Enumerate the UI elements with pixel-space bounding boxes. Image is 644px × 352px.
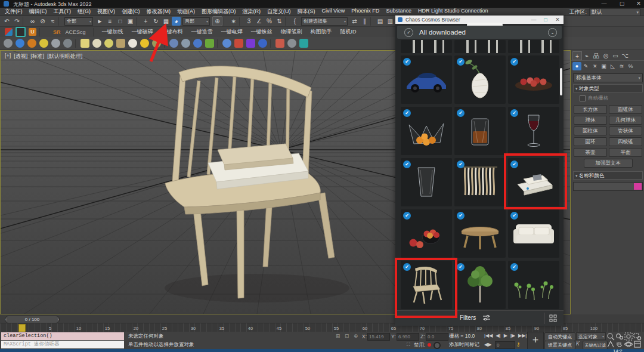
plugin-icon[interactable]: [193, 39, 202, 48]
asset-sofa[interactable]: ✔: [508, 209, 559, 258]
select-and-manipulate-icon[interactable]: ∗: [229, 17, 238, 26]
object-type-button-10[interactable]: 平面: [609, 148, 642, 157]
previous-frame-icon[interactable]: ◀|: [496, 333, 500, 338]
plugin-icon[interactable]: [275, 39, 284, 48]
plugin-icon[interactable]: [234, 39, 243, 48]
plugin-icon[interactable]: [27, 39, 36, 48]
plugin-icon[interactable]: [4, 39, 13, 48]
category-shapes-icon[interactable]: ✎: [581, 62, 590, 70]
menu-item-v[interactable]: 视图(V): [97, 8, 115, 16]
asset-apple-bowl[interactable]: ✔: [401, 209, 452, 258]
plugin-icon[interactable]: [116, 39, 125, 48]
plugin-icon[interactable]: [181, 39, 190, 48]
asset-whiskey-glass[interactable]: ✔: [454, 107, 506, 155]
primitive-category-dropdown[interactable]: 标准基本体: [573, 73, 643, 82]
quick-button[interactable]: 一键加线: [102, 28, 123, 36]
quick-button[interactable]: 一键蛛丝: [251, 28, 273, 36]
menu-item-phoenixfd[interactable]: Phoenix FD: [351, 8, 379, 16]
filters-sliders-icon[interactable]: [482, 314, 491, 322]
tab-display[interactable]: ▭: [611, 51, 620, 60]
key-filters-button[interactable]: 关键点过滤器..: [583, 341, 608, 350]
set-keys-button[interactable]: +: [527, 332, 544, 350]
object-type-button-8[interactable]: 四棱锥: [609, 137, 642, 146]
quick-button[interactable]: 一键布料: [162, 28, 183, 36]
minimize-button[interactable]: —: [597, 0, 611, 7]
named-selection-sets-dropdown[interactable]: 创建选择集: [301, 17, 348, 26]
object-type-button-9[interactable]: 茶壶: [574, 148, 607, 157]
maximize-button[interactable]: ▢: [615, 0, 628, 7]
plugin-icon[interactable]: [63, 39, 72, 48]
viewport-menu-standard[interactable]: [标准]: [30, 53, 44, 60]
asset-curtains[interactable]: ✔: [454, 158, 506, 206]
workspace-dropdown[interactable]: 默认: [589, 8, 640, 16]
menu-item-f[interactable]: 文件(F): [5, 8, 23, 16]
tab-modify[interactable]: ⌁: [582, 51, 592, 60]
select-object-icon[interactable]: ►: [95, 17, 104, 26]
angle-snap-icon[interactable]: ∠: [255, 17, 264, 26]
tab-motion[interactable]: ◎: [601, 51, 611, 60]
play-icon[interactable]: ▶: [504, 333, 507, 338]
menu-item-u[interactable]: 自定义(U): [267, 8, 291, 16]
asset-coffee-table[interactable]: ✔: [454, 209, 506, 258]
menu-item-g[interactable]: 组(G): [78, 8, 91, 16]
zoom-extents-icon[interactable]: [624, 332, 633, 340]
tab-hierarchy[interactable]: 品: [592, 51, 601, 60]
menu-item-hdrlightstudioconnection[interactable]: HDR Light Studio Connection: [418, 8, 488, 16]
scene-explorer-icon[interactable]: ▤: [376, 17, 385, 26]
quick-button[interactable]: 构图助手: [311, 28, 332, 36]
maxscript-listener-label[interactable]: MAXScript 迷你侦听器: [1, 341, 124, 348]
plugin-icon[interactable]: [140, 39, 149, 48]
plugin-icon[interactable]: [205, 39, 214, 48]
object-type-button-11[interactable]: 加强型文本: [584, 159, 633, 168]
menu-item-m[interactable]: 修改器(M): [147, 8, 171, 16]
field-of-view-icon[interactable]: [606, 340, 615, 348]
link-icon[interactable]: ∞: [28, 17, 37, 26]
category-systems-icon[interactable]: %: [626, 62, 635, 70]
record-dot-icon[interactable]: [428, 343, 431, 347]
viewport-menu-shading[interactable]: [默认明暗处理]: [47, 53, 82, 60]
next-frame-icon[interactable]: |▶: [510, 333, 515, 338]
category-spacewarps-icon[interactable]: ≋: [617, 62, 626, 70]
select-and-move-icon[interactable]: +: [141, 17, 150, 26]
asset-fruit-bowl-oranges[interactable]: ✔: [401, 107, 452, 155]
isolate-selection-icon[interactable]: ⊞: [336, 333, 340, 339]
bind-to-space-warp-icon[interactable]: ≈: [48, 17, 57, 26]
object-type-button-4[interactable]: 几何球体: [609, 116, 642, 125]
object-type-button-3[interactable]: 球体: [574, 116, 607, 125]
quick-button[interactable]: 一键破碎: [132, 28, 153, 36]
aces-button[interactable]: ACEScg: [66, 29, 86, 35]
degradation-icon[interactable]: ⛶: [407, 342, 410, 348]
y-coordinate-field[interactable]: 6.950: [397, 333, 419, 341]
menu-item-c[interactable]: 创建(C): [122, 8, 140, 16]
x-coordinate-field[interactable]: 15.419: [367, 333, 390, 341]
walkthrough-icon[interactable]: 𝛫: [576, 341, 580, 347]
rectangular-selection-region-icon[interactable]: □: [116, 17, 125, 26]
cosmos-close-button[interactable]: ✕: [552, 17, 564, 23]
name-color-rollout[interactable]: 名称和颜色: [573, 171, 643, 180]
reference-coordinate-dropdown[interactable]: 局部: [182, 17, 210, 26]
key-mode-toggle-icon[interactable]: ◀▶: [484, 342, 491, 347]
menu-item-civilview[interactable]: Civil View: [322, 8, 345, 16]
go-to-start-icon[interactable]: |◀◀: [484, 333, 493, 338]
plugin-icon[interactable]: [258, 39, 267, 48]
absolute-mode-icon[interactable]: ⊕: [354, 333, 358, 339]
filters-button[interactable]: Filters: [460, 314, 476, 321]
default-in-out-tangent-icon[interactable]: ⚷: [516, 341, 520, 347]
plugin-icon[interactable]: [222, 39, 231, 48]
asset-sports-car[interactable]: ✔: [401, 55, 452, 104]
plugin-icon[interactable]: [169, 39, 178, 48]
select-by-name-icon[interactable]: ≡: [106, 17, 114, 26]
spinner-snap-icon[interactable]: ⇅: [275, 17, 284, 26]
plugin-icon[interactable]: [128, 39, 137, 48]
export-icon[interactable]: [16, 27, 26, 37]
plugin-icon[interactable]: [299, 39, 308, 48]
asset-fruit-plate[interactable]: ✔: [508, 55, 559, 104]
object-type-button-7[interactable]: 圆环: [574, 137, 607, 146]
category-helpers-icon[interactable]: ◺: [608, 62, 617, 70]
plugin-icon[interactable]: [92, 39, 101, 48]
selection-set-dropdown[interactable]: 选定对象: [576, 332, 606, 340]
chevron-down-icon[interactable]: ⌄: [548, 28, 557, 37]
quick-button[interactable]: 一键电焊: [221, 28, 243, 36]
sr-button[interactable]: SR: [53, 29, 61, 35]
undo-icon[interactable]: ↶: [2, 17, 11, 26]
